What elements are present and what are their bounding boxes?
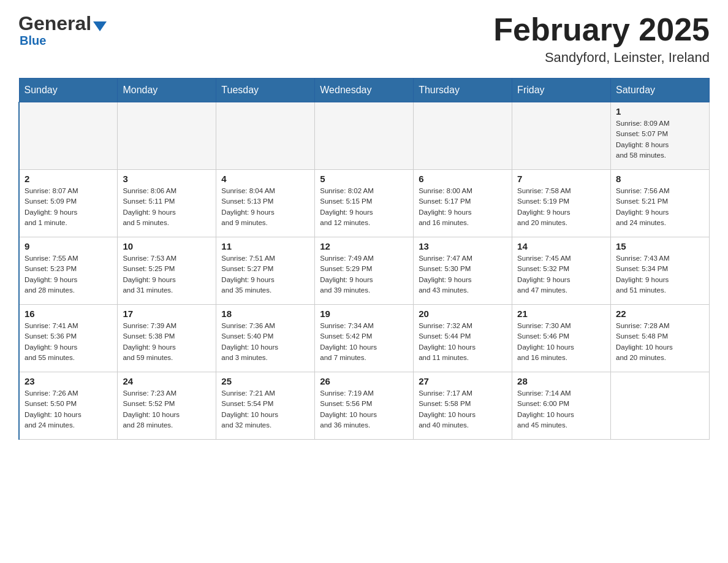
calendar-cell: 8Sunrise: 7:56 AMSunset: 5:21 PMDaylight…: [611, 170, 710, 237]
calendar-cell: [216, 102, 315, 170]
day-info: Sunrise: 7:56 AMSunset: 5:21 PMDaylight:…: [616, 186, 704, 228]
day-number: 1: [616, 106, 704, 117]
logo-general-text: General: [18, 12, 91, 35]
calendar-cell: 5Sunrise: 8:02 AMSunset: 5:15 PMDaylight…: [315, 170, 414, 237]
calendar-cell: 9Sunrise: 7:55 AMSunset: 5:23 PMDaylight…: [19, 237, 118, 305]
day-number: 18: [221, 308, 309, 319]
day-info: Sunrise: 7:30 AMSunset: 5:46 PMDaylight:…: [517, 321, 605, 363]
day-info: Sunrise: 8:09 AMSunset: 5:07 PMDaylight:…: [616, 118, 704, 161]
calendar-cell: [19, 102, 118, 170]
location-title: Sandyford, Leinster, Ireland: [493, 50, 710, 66]
day-number: 22: [616, 308, 704, 319]
calendar-cell: 23Sunrise: 7:26 AMSunset: 5:50 PMDayligh…: [19, 372, 118, 440]
weekday-header-tuesday: Tuesday: [216, 79, 315, 102]
day-number: 10: [123, 241, 211, 251]
calendar-cell: 14Sunrise: 7:45 AMSunset: 5:32 PMDayligh…: [512, 237, 611, 305]
weekday-header-saturday: Saturday: [611, 79, 710, 102]
calendar-cell: [512, 102, 611, 170]
day-info: Sunrise: 7:23 AMSunset: 5:52 PMDaylight:…: [123, 388, 211, 431]
day-number: 23: [25, 376, 112, 386]
calendar-cell: 10Sunrise: 7:53 AMSunset: 5:25 PMDayligh…: [118, 237, 216, 305]
day-info: Sunrise: 8:02 AMSunset: 5:15 PMDaylight:…: [320, 186, 408, 228]
calendar-table: SundayMondayTuesdayWednesdayThursdayFrid…: [18, 78, 710, 440]
day-info: Sunrise: 8:06 AMSunset: 5:11 PMDaylight:…: [123, 186, 211, 228]
calendar-cell: 26Sunrise: 7:19 AMSunset: 5:56 PMDayligh…: [315, 372, 414, 440]
weekday-header-wednesday: Wednesday: [315, 79, 414, 102]
day-info: Sunrise: 7:51 AMSunset: 5:27 PMDaylight:…: [221, 253, 309, 296]
weekday-header-sunday: Sunday: [19, 79, 118, 102]
day-info: Sunrise: 7:32 AMSunset: 5:44 PMDaylight:…: [419, 321, 507, 363]
day-info: Sunrise: 7:53 AMSunset: 5:25 PMDaylight:…: [123, 253, 211, 296]
day-number: 14: [517, 241, 605, 251]
day-info: Sunrise: 7:26 AMSunset: 5:50 PMDaylight:…: [25, 388, 112, 431]
day-info: Sunrise: 7:55 AMSunset: 5:23 PMDaylight:…: [25, 253, 112, 296]
weekday-header-thursday: Thursday: [414, 79, 512, 102]
calendar-cell: [315, 102, 414, 170]
page-header: General Blue February 2025 Sandyford, Le…: [18, 12, 710, 66]
calendar-cell: 22Sunrise: 7:28 AMSunset: 5:48 PMDayligh…: [611, 305, 710, 372]
day-info: Sunrise: 7:19 AMSunset: 5:56 PMDaylight:…: [320, 388, 408, 431]
day-info: Sunrise: 7:21 AMSunset: 5:54 PMDaylight:…: [221, 388, 309, 431]
day-number: 25: [221, 376, 309, 386]
calendar-cell: 21Sunrise: 7:30 AMSunset: 5:46 PMDayligh…: [512, 305, 611, 372]
day-number: 19: [320, 308, 408, 319]
calendar-cell: 13Sunrise: 7:47 AMSunset: 5:30 PMDayligh…: [414, 237, 512, 305]
day-number: 15: [616, 241, 704, 251]
day-number: 9: [25, 241, 112, 251]
calendar-cell: 15Sunrise: 7:43 AMSunset: 5:34 PMDayligh…: [611, 237, 710, 305]
day-info: Sunrise: 7:43 AMSunset: 5:34 PMDaylight:…: [616, 253, 704, 296]
calendar-cell: [414, 102, 512, 170]
day-info: Sunrise: 7:45 AMSunset: 5:32 PMDaylight:…: [517, 253, 605, 296]
weekday-header-monday: Monday: [118, 79, 216, 102]
calendar-cell: [611, 372, 710, 440]
day-info: Sunrise: 7:14 AMSunset: 6:00 PMDaylight:…: [517, 388, 605, 431]
day-number: 21: [517, 308, 605, 319]
day-info: Sunrise: 7:28 AMSunset: 5:48 PMDaylight:…: [616, 321, 704, 363]
calendar-cell: 4Sunrise: 8:04 AMSunset: 5:13 PMDaylight…: [216, 170, 315, 237]
day-info: Sunrise: 7:39 AMSunset: 5:38 PMDaylight:…: [123, 321, 211, 363]
logo-blue-text: Blue: [20, 34, 46, 48]
day-number: 20: [419, 308, 507, 319]
logo-triangle-icon: [93, 21, 107, 31]
calendar-cell: 24Sunrise: 7:23 AMSunset: 5:52 PMDayligh…: [118, 372, 216, 440]
calendar-cell: 6Sunrise: 8:00 AMSunset: 5:17 PMDaylight…: [414, 170, 512, 237]
day-number: 13: [419, 241, 507, 251]
day-info: Sunrise: 7:47 AMSunset: 5:30 PMDaylight:…: [419, 253, 507, 296]
day-number: 24: [123, 376, 211, 386]
calendar-cell: 17Sunrise: 7:39 AMSunset: 5:38 PMDayligh…: [118, 305, 216, 372]
calendar-cell: 28Sunrise: 7:14 AMSunset: 6:00 PMDayligh…: [512, 372, 611, 440]
day-number: 26: [320, 376, 408, 386]
day-number: 17: [123, 308, 211, 319]
weekday-header-friday: Friday: [512, 79, 611, 102]
day-info: Sunrise: 8:04 AMSunset: 5:13 PMDaylight:…: [221, 186, 309, 228]
day-number: 12: [320, 241, 408, 251]
day-number: 11: [221, 241, 309, 251]
day-info: Sunrise: 7:58 AMSunset: 5:19 PMDaylight:…: [517, 186, 605, 228]
calendar-cell: 25Sunrise: 7:21 AMSunset: 5:54 PMDayligh…: [216, 372, 315, 440]
month-title: February 2025: [493, 12, 710, 47]
title-area: February 2025 Sandyford, Leinster, Irela…: [493, 12, 710, 66]
day-info: Sunrise: 7:36 AMSunset: 5:40 PMDaylight:…: [221, 321, 309, 363]
calendar-cell: 11Sunrise: 7:51 AMSunset: 5:27 PMDayligh…: [216, 237, 315, 305]
day-info: Sunrise: 7:49 AMSunset: 5:29 PMDaylight:…: [320, 253, 408, 296]
calendar-cell: 2Sunrise: 8:07 AMSunset: 5:09 PMDaylight…: [19, 170, 118, 237]
day-info: Sunrise: 7:41 AMSunset: 5:36 PMDaylight:…: [25, 321, 112, 363]
day-info: Sunrise: 8:07 AMSunset: 5:09 PMDaylight:…: [25, 186, 112, 228]
day-number: 6: [419, 174, 507, 184]
day-number: 2: [25, 174, 112, 184]
calendar-cell: 7Sunrise: 7:58 AMSunset: 5:19 PMDaylight…: [512, 170, 611, 237]
calendar-cell: 12Sunrise: 7:49 AMSunset: 5:29 PMDayligh…: [315, 237, 414, 305]
day-number: 28: [517, 376, 605, 386]
day-info: Sunrise: 7:34 AMSunset: 5:42 PMDaylight:…: [320, 321, 408, 363]
day-number: 8: [616, 174, 704, 184]
logo: General Blue: [18, 12, 107, 48]
day-number: 3: [123, 174, 211, 184]
day-number: 27: [419, 376, 507, 386]
calendar-cell: 27Sunrise: 7:17 AMSunset: 5:58 PMDayligh…: [414, 372, 512, 440]
calendar-cell: 19Sunrise: 7:34 AMSunset: 5:42 PMDayligh…: [315, 305, 414, 372]
day-number: 5: [320, 174, 408, 184]
calendar-cell: 18Sunrise: 7:36 AMSunset: 5:40 PMDayligh…: [216, 305, 315, 372]
day-info: Sunrise: 7:17 AMSunset: 5:58 PMDaylight:…: [419, 388, 507, 431]
calendar-cell: [118, 102, 216, 170]
day-number: 7: [517, 174, 605, 184]
